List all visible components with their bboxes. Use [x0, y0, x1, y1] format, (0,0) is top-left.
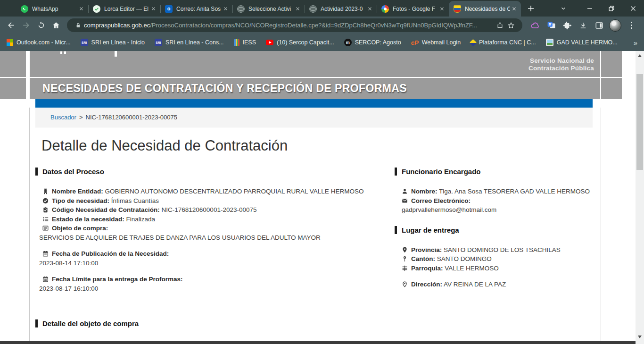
url-domain: compraspublicas.gob.ec: [84, 22, 150, 29]
breadcrumb-link-buscador[interactable]: Buscador: [50, 114, 76, 121]
tab-close-icon[interactable]: [149, 5, 157, 13]
section-funcionario: Funcionario Encargado Nombre: Tlga. Ana …: [395, 168, 597, 289]
lock-icon[interactable]: [73, 20, 84, 31]
page-scrollbar[interactable]: [636, 51, 644, 344]
tab-close-icon[interactable]: [438, 5, 446, 13]
extensions-zone: [526, 19, 640, 32]
minimize-button[interactable]: [579, 0, 601, 17]
tab-necesidades-active[interactable]: Necesidades de C: [449, 1, 521, 17]
reload-button[interactable]: [34, 18, 48, 33]
browser-menu-icon[interactable]: [625, 19, 637, 32]
header-divider: [600, 78, 601, 99]
whatsapp-icon: [21, 5, 28, 13]
sri-icon: SRI: [81, 39, 88, 46]
share-icon[interactable]: [494, 20, 505, 31]
gad-icon: [546, 39, 553, 46]
bookmark-sercop-youtube[interactable]: (10) Sercop Capacit...: [266, 39, 334, 46]
tab-actividad-2023[interactable]: Actividad 2023-0: [305, 1, 377, 17]
home-button[interactable]: [49, 18, 63, 33]
tab-close-icon[interactable]: [294, 5, 301, 13]
close-window-button[interactable]: [622, 0, 644, 17]
bookmark-outlook[interactable]: Outlook.com - Micr...: [7, 39, 71, 46]
tab-fotos-google[interactable]: Fotos - Google F: [377, 1, 449, 17]
bookmark-webmail[interactable]: cPWebmail Login: [411, 39, 461, 46]
sercop-logo-fragment: [115, 51, 117, 57]
field-correo-label: Correo Electrónico:: [402, 196, 597, 206]
bookmark-label: SERCOP: Agosto: [355, 39, 401, 46]
tab-close-icon[interactable]: [366, 5, 373, 13]
tab-close-icon[interactable]: [222, 5, 229, 13]
section-datos-proceso: Datos del Proceso Nombre Entidad: GOBIER…: [35, 168, 365, 293]
microsoft-icon: [7, 39, 13, 46]
tab-close-icon[interactable]: [510, 5, 518, 13]
tab-seleccione-actividad[interactable]: Seleccione Activi: [232, 1, 305, 17]
tab-correo-outlook[interactable]: o Correo: Anita Sos: [160, 1, 232, 17]
bookmark-iess[interactable]: IESS: [234, 39, 256, 46]
address-bar[interactable]: compraspublicas.gob.ec/ProcesoContrataci…: [67, 18, 522, 32]
geo-pin-icon: [402, 247, 408, 253]
tab-search-chevron-icon[interactable]: [556, 1, 570, 16]
cnc-icon: [470, 39, 477, 46]
ecuador-crest-icon: [454, 5, 461, 13]
youtube-icon: [266, 40, 273, 45]
bookmark-label: Plataforma CNC | C...: [479, 39, 536, 46]
calendar-icon: [42, 276, 49, 282]
cpanel-icon: cP: [411, 39, 419, 46]
downloads-icon[interactable]: [577, 19, 589, 32]
envelope-icon: [402, 198, 408, 204]
bookmark-label: SRI en Línea - Inicio: [91, 39, 145, 46]
url-path: /ProcesoContratacion/compras/NCO/NCORegi…: [150, 22, 494, 29]
tab-strip: WhatsApp Lorca Editor — El o Correo: Ani…: [0, 0, 644, 17]
bookmark-plataforma-cnc[interactable]: Plataforma CNC | C...: [471, 39, 536, 46]
bookmark-label: Outlook.com - Micr...: [17, 39, 71, 46]
bookmark-star-icon[interactable]: [505, 20, 517, 31]
scroll-up-icon[interactable]: [636, 52, 644, 59]
section-bar: [35, 168, 38, 176]
globe-icon: [309, 5, 317, 13]
extensions-puzzle-icon[interactable]: [561, 19, 573, 32]
sercop-logo-fragment: [64, 51, 66, 54]
translate-extension-icon[interactable]: [545, 19, 557, 32]
header-divider: [600, 51, 601, 77]
tab-close-icon[interactable]: [77, 5, 85, 13]
agency-name: Servicio Nacional de Contratación Públic…: [528, 57, 594, 72]
field-fecha-limite-label: Fecha Límite para la entrega de Proforma…: [42, 275, 365, 284]
breadcrumb: Buscador > NIC-1768120600001-2023-00075: [35, 108, 593, 127]
field-fecha-publicacion-value: 2023-08-14 17:10:00: [39, 259, 365, 268]
outlook-icon: o: [165, 5, 173, 13]
bookmark-sercop-agosto[interactable]: mSERCOP: Agosto: [344, 39, 401, 46]
side-panel-icon[interactable]: [593, 19, 605, 32]
sercop-logo-fragment: [60, 51, 62, 54]
table-header-edge: [0, 341, 644, 344]
page-banner-title: NECESIDADES DE CONTRATACIÓN Y RECEPCIÓN …: [42, 78, 407, 99]
tab-whatsapp[interactable]: WhatsApp: [16, 1, 88, 17]
forward-button[interactable]: [19, 18, 33, 33]
back-button[interactable]: [4, 18, 18, 33]
browser-chrome: WhatsApp Lorca Editor — El o Correo: Ani…: [0, 0, 644, 51]
header-divider: [26, 78, 30, 99]
maximize-button[interactable]: [601, 0, 622, 17]
field-estado-necesidad: Estado de la necesidad: Finalizada: [42, 215, 365, 224]
bookmark-sri-consultas[interactable]: SRISRI en Línea - Cons...: [155, 39, 224, 46]
iess-icon: [234, 39, 239, 46]
field-fecha-publicacion-label: Fecha de Publicación de la Necesidad:: [42, 249, 365, 259]
weather-extension-icon[interactable]: [529, 19, 541, 32]
field-objeto-compra-label: Objeto de compra:: [42, 224, 365, 233]
check-circle-icon: [42, 198, 49, 204]
field-parroquia: Parroquia: VALLE HERMOSO: [402, 264, 597, 273]
profile-avatar[interactable]: [609, 19, 621, 32]
browser-toolbar: compraspublicas.gob.ec/ProcesoContrataci…: [0, 17, 644, 34]
header-divider: [26, 51, 30, 77]
scroll-down-icon[interactable]: [636, 333, 644, 341]
tab-lorca-editor[interactable]: Lorca Editor — El: [88, 1, 160, 17]
bookmarks-bar: Outlook.com - Micr... SRISRI en Línea - …: [0, 34, 644, 51]
bookmarks-overflow-chevron[interactable]: »: [634, 39, 637, 47]
new-tab-button[interactable]: [524, 1, 538, 16]
bookmark-gad-valle-hermoso[interactable]: GAD VALLE HERMO...: [546, 39, 618, 46]
bookmark-label: IESS: [243, 39, 256, 46]
bookmark-sri-inicio[interactable]: SRISRI en Línea - Inicio: [81, 39, 145, 46]
calendar-icon: [42, 251, 49, 257]
web-page: Servicio Nacional de Contratación Públic…: [0, 51, 644, 344]
scrollbar-thumb[interactable]: [636, 74, 643, 170]
field-tipo-necesidad: Tipo de necesidad: Ínfimas Cuantías: [42, 196, 365, 206]
